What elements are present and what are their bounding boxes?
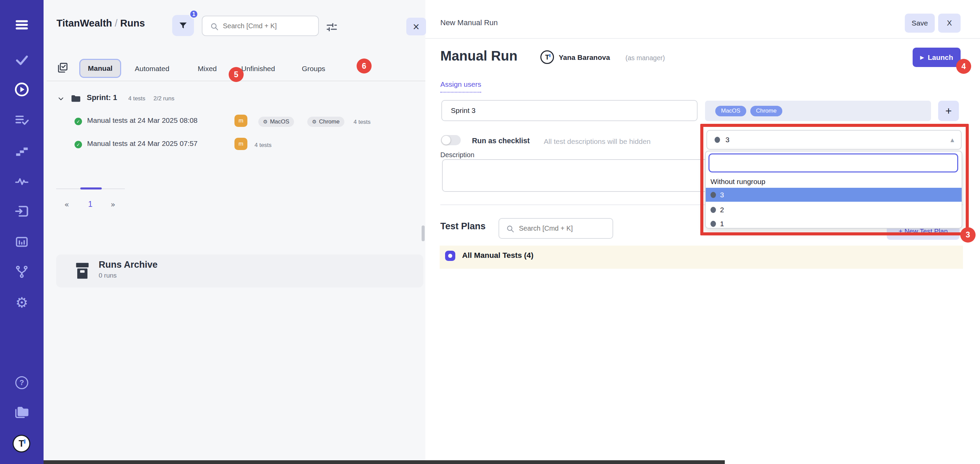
test-plans-search-box[interactable] (498, 218, 613, 239)
archive-title: Runs Archive (99, 259, 158, 270)
play-icon: ▶ (920, 54, 924, 60)
run-test-count: 4 tests (255, 142, 272, 149)
annotation-number: 5 (234, 70, 239, 79)
settings-gear-icon[interactable]: ⚙ (14, 295, 30, 310)
run-name-field[interactable] (441, 100, 698, 121)
env-pill-macos[interactable]: MacOS (715, 106, 746, 116)
steps-icon[interactable] (14, 143, 30, 159)
checklist-hint: All test descriptions will be hidden (544, 137, 651, 146)
runs-play-icon[interactable] (14, 82, 30, 97)
close-icon: × (412, 21, 420, 32)
panel-close-button[interactable]: × (406, 18, 426, 35)
archive-subtitle: 0 runs (99, 272, 117, 279)
bulk-select-icon[interactable] (56, 62, 69, 74)
breadcrumb-project[interactable]: TitanWealth (56, 18, 112, 29)
tab-manual[interactable]: Manual (79, 59, 121, 78)
runs-search-input[interactable] (222, 16, 314, 35)
run-type-badge: m (234, 114, 247, 127)
tab-groups[interactable]: Groups (302, 65, 325, 73)
close-icon: X (947, 19, 952, 27)
archive-icon (76, 262, 89, 280)
run-title[interactable]: Manual tests at 24 Mar 2025 07:57 (87, 140, 198, 148)
annotation-badge-6: 6 (356, 59, 372, 73)
run-status-passed-icon: ✓ (75, 141, 82, 148)
test-plans-search-input[interactable] (518, 219, 608, 238)
breadcrumb-separator: / (112, 18, 120, 29)
owner-avatar: T (540, 50, 554, 64)
tab-unfinished[interactable]: Unfinished (241, 65, 275, 73)
run-test-count: 4 tests (353, 119, 371, 126)
run-as-checklist-toggle[interactable] (441, 135, 461, 145)
annotation-number: 4 (962, 62, 966, 71)
search-settings-icon[interactable] (325, 21, 338, 33)
projects-folder-icon[interactable] (14, 404, 30, 420)
help-question-glyph: ? (19, 378, 24, 387)
page-current[interactable]: 1 (88, 200, 92, 209)
environment-tags-box[interactable]: MacOS Chrome (705, 101, 931, 121)
page-next-button[interactable]: » (111, 200, 115, 209)
annotation-badge-3: 3 (960, 227, 975, 243)
checkbox-dot (448, 254, 452, 258)
tab-mixed[interactable]: Mixed (198, 65, 217, 73)
owner-name: Yana Baranova (559, 53, 610, 62)
breadcrumb[interactable]: TitanWealth/Runs (56, 18, 145, 29)
add-environment-button[interactable]: + (938, 101, 959, 121)
analytics-icon[interactable] (14, 234, 30, 250)
annotation-badge-4: 4 (956, 59, 971, 74)
annotation-number: 6 (362, 62, 366, 71)
checklist-label: Run as checklist (472, 137, 530, 145)
env-tag-macos: ⚙MacOS (258, 117, 294, 127)
toggle-knob (442, 136, 450, 145)
left-panel-scrollbar[interactable] (422, 226, 425, 241)
env-tag-label: Chrome (319, 118, 339, 125)
run-title[interactable]: Manual tests at 24 Mar 2025 08:08 (87, 116, 198, 124)
tasks-check-icon[interactable] (14, 52, 30, 68)
logo-letter: T (19, 439, 24, 449)
avatar-letter: T (545, 53, 549, 61)
run-type-letter: m (239, 140, 243, 147)
avatar-accent (549, 54, 550, 57)
filter-count-badge: 1 (189, 10, 198, 19)
folder-name[interactable]: Sprint: 1 (87, 93, 117, 102)
env-pill-chrome[interactable]: Chrome (750, 106, 782, 116)
folder-chevron-icon[interactable] (57, 95, 65, 102)
owner-role: (as manager) (625, 54, 665, 62)
all-tests-checkbox[interactable] (445, 251, 455, 261)
all-tests-label: All Manual Tests (4) (462, 251, 533, 260)
app-screen: ⚙ ? T TitanWealth/Runs 1 × Manual Automa… (0, 0, 980, 464)
branches-icon[interactable] (14, 264, 30, 280)
check-icon: ✓ (76, 142, 80, 147)
assign-users-link[interactable]: Assign users (440, 80, 481, 92)
run-type-letter: m (239, 118, 243, 124)
gear-icon: ⚙ (312, 119, 317, 125)
breadcrumb-page: Runs (120, 18, 145, 29)
folder-run-count: 2/2 runs (153, 95, 174, 102)
menu-icon[interactable] (14, 17, 30, 33)
save-label: Save (912, 19, 928, 27)
test-list-icon[interactable] (14, 112, 30, 128)
annotation-number: 3 (966, 230, 970, 240)
horizontal-scrollbar[interactable] (43, 460, 725, 464)
folder-test-count: 4 tests (128, 95, 145, 102)
logo-accent (24, 440, 25, 443)
launch-button[interactable]: ▶ Launch (913, 48, 961, 67)
run-name-input[interactable] (450, 101, 688, 121)
app-logo[interactable]: T (13, 435, 30, 453)
filter-funnel-icon (178, 21, 188, 30)
plus-icon: + (945, 105, 952, 118)
pagination-indicator (80, 188, 102, 189)
help-icon[interactable]: ? (15, 376, 28, 389)
pulse-icon[interactable] (14, 173, 30, 189)
gear-icon: ⚙ (263, 119, 267, 125)
check-icon: ✓ (76, 119, 80, 124)
page-prev-button[interactable]: « (64, 200, 69, 209)
runs-search-box[interactable] (202, 16, 319, 36)
drawer-close-button[interactable]: X (938, 14, 961, 33)
search-icon (506, 224, 514, 233)
tab-automated[interactable]: Automated (135, 65, 169, 73)
filter-button[interactable] (172, 15, 194, 36)
import-icon[interactable] (14, 203, 30, 219)
search-icon (210, 22, 219, 31)
launch-label: Launch (928, 53, 953, 62)
save-button[interactable]: Save (905, 14, 935, 33)
